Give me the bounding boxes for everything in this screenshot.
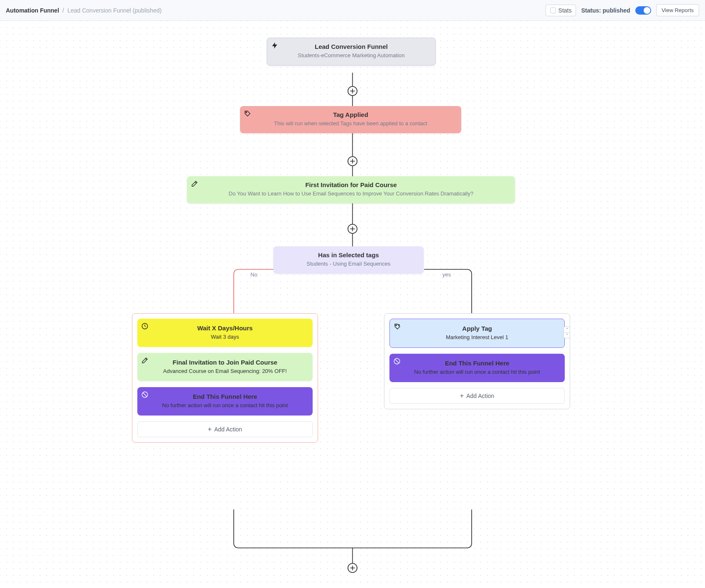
branch-label-yes: yes [442, 271, 451, 278]
compose-icon [141, 356, 149, 365]
stats-label: Stats [558, 7, 572, 14]
email-title: First Invitation for Paid Course [195, 181, 507, 188]
end-funnel-node[interactable]: End This Funnel Here No further action w… [389, 354, 565, 382]
add-action-label: Add Action [214, 426, 242, 433]
svg-point-9 [396, 325, 397, 326]
breadcrumb-leaf: Lead Conversion Funnel (published) [67, 7, 162, 14]
end-funnel-node[interactable]: End This Funnel Here No further action w… [137, 387, 313, 416]
condition-title: Has in Selected tags [282, 251, 415, 259]
view-reports-button[interactable]: View Reports [656, 4, 699, 16]
apply-tag-subtitle: Marketing Interest Level 1 [398, 334, 556, 342]
end-funnel-title: End This Funnel Here [398, 360, 556, 367]
trigger-node[interactable]: Tag Applied This will run when selected … [240, 106, 461, 133]
tag-icon [243, 109, 252, 118]
svg-point-5 [348, 563, 357, 573]
reorder-steppers: ˄ ˅ [563, 327, 570, 338]
add-action-label: Add Action [466, 393, 494, 399]
branch-label-no: No [250, 271, 258, 278]
stepper-down[interactable]: ˅ [563, 332, 570, 338]
condition-subtitle: Students - Using Email Sequences [282, 260, 415, 268]
tag-add-icon [393, 322, 402, 331]
breadcrumb: Automation Funnel / Lead Conversion Funn… [6, 7, 162, 14]
add-action-button[interactable]: + Add Action [389, 388, 565, 404]
start-node[interactable]: Lead Conversion Funnel Students-eCommerc… [267, 38, 436, 66]
compose-icon [190, 180, 199, 188]
plus-icon: + [208, 426, 212, 433]
svg-point-1 [348, 86, 357, 96]
stop-icon [393, 357, 401, 365]
clock-icon [141, 322, 149, 330]
final-email-node[interactable]: Final Invitation to Join Paid Course Adv… [137, 353, 313, 381]
start-node-title: Lead Conversion Funnel [275, 43, 427, 50]
wait-subtitle: Wait 3 days [146, 333, 304, 341]
final-email-subtitle: Advanced Course on Email Sequencing: 20%… [146, 368, 304, 375]
wait-node[interactable]: Wait X Days/Hours Wait 3 days [137, 319, 313, 347]
apply-tag-title: Apply Tag [398, 325, 556, 332]
start-node-subtitle: Students-eCommerce Marketing Automation [275, 52, 427, 59]
stop-icon [141, 390, 149, 399]
email-node[interactable]: First Invitation for Paid Course Do You … [187, 176, 515, 203]
add-action-button[interactable]: + Add Action [137, 421, 313, 437]
end-funnel-subtitle: No further action will run once a contac… [146, 402, 304, 410]
apply-tag-node[interactable]: Apply Tag Marketing Interest Level 1 ˄ ˅ [389, 319, 565, 348]
top-bar: Automation Funnel / Lead Conversion Funn… [0, 0, 705, 21]
trigger-subtitle: This will run when selected Tags have be… [248, 120, 453, 127]
status-label: Status: published [581, 7, 630, 14]
stats-checkbox[interactable] [550, 8, 556, 13]
breadcrumb-separator: / [63, 7, 64, 14]
top-right-controls: Stats Status: published View Reports [546, 4, 699, 16]
end-funnel-subtitle: No further action will run once a contac… [398, 368, 556, 376]
end-funnel-title: End This Funnel Here [146, 393, 304, 400]
svg-point-3 [348, 224, 357, 233]
wait-title: Wait X Days/Hours [146, 324, 304, 332]
condition-node[interactable]: Has in Selected tags Students - Using Em… [273, 246, 424, 274]
trigger-title: Tag Applied [248, 111, 453, 118]
automation-canvas[interactable]: Lead Conversion Funnel Students-eCommerc… [0, 21, 705, 588]
lightning-icon [270, 41, 279, 50]
yes-branch-container: Apply Tag Marketing Interest Level 1 ˄ ˅… [384, 313, 570, 409]
email-subtitle: Do You Want to Learn How to Use Email Se… [195, 190, 507, 198]
breadcrumb-root[interactable]: Automation Funnel [6, 7, 59, 14]
status-toggle[interactable] [635, 6, 651, 15]
stats-toggle-group[interactable]: Stats [546, 5, 576, 16]
svg-point-2 [348, 157, 357, 166]
final-email-title: Final Invitation to Join Paid Course [146, 359, 304, 366]
stepper-up[interactable]: ˄ [563, 327, 570, 332]
no-branch-container: Wait X Days/Hours Wait 3 days Final Invi… [132, 313, 318, 443]
svg-point-6 [246, 112, 247, 113]
plus-icon: + [460, 393, 464, 399]
